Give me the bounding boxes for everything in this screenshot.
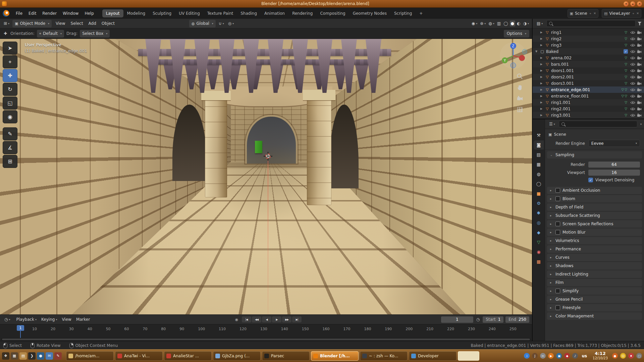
sampling-render-field[interactable]: 64 — [588, 162, 640, 168]
workspace-compositing[interactable]: Compositing — [316, 9, 349, 17]
window-developer[interactable]: Developer — [409, 351, 457, 361]
web-browser-icon[interactable]: ● — [37, 352, 44, 360]
hide-in-viewport-eye-icon[interactable] — [629, 44, 636, 47]
pan-hand-icon[interactable] — [516, 83, 524, 92]
disable-in-renders-camera-icon[interactable] — [636, 62, 643, 66]
use-preview-range-icon[interactable]: ◷ — [475, 316, 481, 322]
menu-select[interactable]: Select — [68, 20, 86, 27]
play-button[interactable]: ▶ — [272, 316, 281, 322]
options-button[interactable]: Options ▾ — [504, 30, 529, 38]
prev-keyframe-button[interactable]: ◀◀ — [252, 316, 261, 322]
java-tray-icon[interactable]: J — [532, 353, 538, 359]
disable-in-renders-camera-icon[interactable] — [636, 43, 643, 47]
close-button[interactable]: ✕ — [637, 1, 642, 6]
section-grease-pencil[interactable]: ▸ Grease Pencil — [547, 296, 642, 303]
workspace-tray-icon[interactable]: ▢ — [636, 353, 642, 359]
menu-keying[interactable]: Keying▾ — [39, 316, 59, 323]
section-film[interactable]: ▸ Film — [547, 279, 642, 286]
tab-scene[interactable]: ◍ — [534, 170, 544, 179]
hide-in-viewport-eye-icon[interactable] — [629, 107, 636, 111]
section-performance[interactable]: ▸ Performance — [547, 245, 642, 253]
next-keyframe-button[interactable]: ▶▶ — [282, 316, 291, 322]
navigation-gizmo[interactable]: Z Y — [499, 42, 527, 71]
workspace-sculpting[interactable]: Sculpting — [149, 9, 175, 17]
window-home-folder[interactable]: /home/am... — [66, 351, 114, 361]
menu-add[interactable]: Add — [86, 20, 99, 27]
outliner-row[interactable]: ▼ ▢ Baked ✓ — [533, 48, 644, 55]
disable-in-renders-camera-icon[interactable] — [636, 75, 643, 79]
hide-in-viewport-eye-icon[interactable] — [629, 82, 636, 85]
applications-menu-icon[interactable]: ❖ — [2, 352, 9, 360]
workspace-scripting[interactable]: Scripting — [390, 9, 416, 17]
properties-options-icon[interactable]: ▾ — [640, 123, 642, 126]
expand-arrow-icon[interactable]: ▶ — [540, 69, 545, 72]
shading-material-preview-icon[interactable]: ◐▾ — [516, 20, 521, 26]
shading-solid-icon[interactable]: ●▾ — [510, 20, 515, 26]
hide-in-viewport-eye-icon[interactable] — [629, 37, 636, 41]
outliner-row[interactable]: ▶ ▽ doors3.001 ▽ ✓ — [533, 80, 644, 86]
frame-start-field[interactable]: Start1 — [483, 316, 503, 323]
show-gizmo-icon[interactable]: ⊕▾ — [479, 20, 487, 26]
hide-in-viewport-eye-icon[interactable] — [629, 31, 636, 34]
expand-arrow-icon[interactable]: ▶ — [540, 44, 545, 47]
section-screen-space-reflections[interactable]: ▸ Screen Space Reflections — [547, 220, 642, 228]
workspace-animation[interactable]: Animation — [261, 9, 288, 17]
section-checkbox[interactable] — [555, 222, 560, 226]
outliner-row[interactable]: ▶ ▽ arena.002 ▽ ✓ — [533, 55, 644, 61]
tool-measure[interactable]: ∡ — [3, 141, 17, 154]
expand-arrow-icon[interactable]: ▶ — [540, 75, 545, 78]
section-bloom[interactable]: ▸ Bloom — [547, 195, 642, 202]
expand-arrow-icon[interactable]: ▶ — [540, 114, 545, 117]
menu-help[interactable]: Help — [82, 10, 97, 17]
browse-scene-icon[interactable]: ▣ — [570, 11, 573, 16]
text-editor-icon[interactable]: ✎ — [54, 352, 62, 360]
tool-add-cube[interactable]: ⊞ — [3, 155, 17, 168]
disable-in-renders-camera-icon[interactable] — [636, 113, 643, 117]
outliner-row[interactable]: ▶ ▽ entrance_floor.001 ▽▽ ✓ — [533, 93, 644, 99]
disable-in-renders-camera-icon[interactable] — [636, 88, 643, 92]
menu-playback[interactable]: Playback▾ — [14, 316, 39, 323]
section-checkbox[interactable] — [555, 188, 560, 193]
section-subsurface-scattering[interactable]: ▸ Subsurface Scattering — [547, 212, 642, 219]
expand-arrow-icon[interactable]: ▶ — [540, 101, 545, 104]
section-checkbox[interactable] — [555, 230, 560, 235]
disable-in-renders-camera-icon[interactable] — [636, 81, 643, 85]
kdeconnect-tray-icon[interactable]: ▣ — [556, 353, 562, 359]
menu-tl-view[interactable]: View▾ — [59, 316, 73, 323]
terminal-icon[interactable]: ❯ — [28, 352, 36, 360]
shading-wireframe-icon[interactable]: ◯▾ — [502, 20, 509, 26]
editor-type-button[interactable]: ⊞▾ — [2, 20, 11, 26]
scene-selector[interactable]: ▣ Scene ＋ ✕ — [568, 9, 599, 18]
add-workspace-button[interactable]: + — [416, 9, 426, 17]
tool-cursor[interactable]: ⌖ — [3, 55, 17, 68]
outliner-row[interactable]: ▶ ▽ ring2 ▽ ✓ — [533, 36, 644, 42]
tab-texture[interactable]: ▩ — [534, 257, 544, 266]
section-freestyle[interactable]: ▸ Freestyle — [547, 304, 642, 311]
expand-arrow-icon[interactable]: ▶ — [540, 95, 545, 98]
disable-in-renders-camera-icon[interactable] — [636, 31, 643, 34]
section-simplify[interactable]: ▸ Simplify — [547, 287, 642, 295]
volume-tray-icon[interactable]: ♪ — [572, 353, 578, 359]
tab-tool[interactable]: ⚒ — [534, 131, 544, 140]
disable-in-renders-camera-icon[interactable] — [636, 50, 643, 53]
disable-in-renders-camera-icon[interactable] — [636, 101, 643, 104]
outliner-row[interactable]: ▶ ▽ entrance_edge.001 ▽▽ ✓ — [533, 86, 644, 93]
tab-world[interactable]: ◯ — [534, 179, 544, 188]
menu-render[interactable]: Render — [39, 10, 60, 17]
timeline-scrollbar[interactable] — [1, 338, 531, 341]
zoom-icon[interactable] — [516, 72, 524, 80]
new-scene-button[interactable]: ＋ — [589, 11, 592, 16]
window-parsec[interactable]: Parsec — [262, 351, 310, 361]
outliner-row[interactable]: ▶ ▽ ring1.001 ▽ ✓ — [533, 99, 644, 106]
expand-arrow-icon[interactable]: ▶ — [540, 82, 545, 85]
expand-arrow-icon[interactable]: ▶ — [540, 107, 545, 110]
section-checkbox[interactable] — [555, 305, 560, 310]
properties-editor-type-button[interactable]: ☰▾ — [547, 121, 557, 127]
tab-physics[interactable]: ◎ — [534, 218, 544, 227]
outliner-row[interactable]: ▶ ▽ bars.001 ▽ ✓ — [533, 61, 644, 67]
view-layer-selector[interactable]: ▤ ViewLayer ＋ ✕ — [602, 9, 641, 18]
transform-orientation-dropdown[interactable]: ◍ Global ▾ — [189, 20, 216, 27]
menu-view[interactable]: View — [53, 20, 68, 27]
section-depth-of-field[interactable]: ▸ Depth of Field — [547, 203, 642, 211]
sampling-viewport-field[interactable]: 16 — [588, 170, 640, 176]
